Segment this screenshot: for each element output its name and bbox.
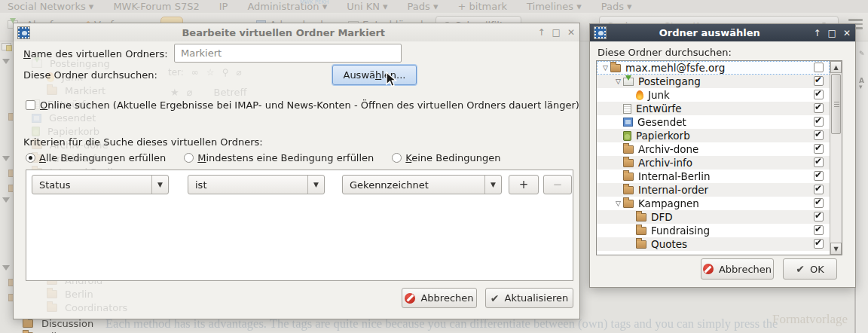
choose-folders-button[interactable]: Auswählen... (332, 65, 417, 85)
checkmark-icon: ✔ (796, 263, 805, 275)
ghost-folder-row: Posteingang (32, 58, 110, 69)
folder-checkbox[interactable] (814, 63, 824, 72)
maximize-button[interactable]: □ (828, 28, 836, 38)
tree-expander-icon[interactable] (2, 156, 10, 165)
bookmark-item[interactable]: IP (219, 1, 228, 12)
folder-checkbox[interactable] (814, 76, 824, 86)
folder-tree-row[interactable]: Internal-Berlin (597, 170, 830, 183)
minimize-button[interactable]: ↑ (814, 28, 821, 38)
match-mode-radios: Alle Bedingungen erfüllenMindestens eine… (26, 152, 500, 163)
folder-tree-row[interactable]: Fundraising (597, 224, 830, 237)
folder-checkbox[interactable] (814, 144, 824, 154)
criteria-operator-select[interactable]: ist▼ (188, 175, 325, 194)
folder-checkbox[interactable] (814, 212, 824, 221)
ghost-folder-name: Markiert (65, 85, 105, 96)
scrollbar-thumb[interactable] (831, 74, 841, 134)
folder-tree-row[interactable]: Archiv-info (597, 156, 830, 170)
match-mode-radio[interactable]: Keine Bedingungen (392, 152, 500, 163)
checkmark-icon: ✔ (491, 292, 500, 304)
match-mode-radio[interactable]: Alle Bedingungen erfüllen (26, 152, 166, 163)
folder-name: Posteingang (638, 75, 701, 87)
dialog-title: Bearbeite virtuellen Ordner Markiert (34, 27, 533, 38)
folder-tree-row[interactable]: ▽max.mehl@fsfe.org (597, 61, 830, 75)
close-button[interactable]: ✕ (843, 28, 851, 38)
folder-icon (23, 319, 33, 328)
folder-tree-row[interactable]: Entwürfe (597, 102, 830, 115)
online-search-checkbox[interactable] (26, 100, 35, 110)
bookmark-item[interactable]: Pads ▾ (601, 1, 632, 12)
close-button[interactable]: ✕ (567, 27, 575, 38)
online-search-label: Online suchen (Aktuelle Ergebnisse bei I… (40, 99, 579, 111)
tree-expander-icon[interactable] (2, 265, 10, 274)
folder-tree-row[interactable]: Junk (597, 88, 830, 102)
tree-expander-icon[interactable] (2, 59, 10, 68)
chevron-down-icon: ▼ (484, 176, 501, 194)
folder-tree-row[interactable]: ▽Kampagnen (597, 197, 830, 210)
criteria-value-select[interactable]: Gekennzeichnet▼ (342, 175, 502, 194)
remove-criteria-button[interactable]: − (543, 175, 572, 194)
trash-icon (32, 127, 40, 136)
folder-checkbox[interactable] (814, 103, 824, 113)
cancel-button[interactable]: Abbrechen (701, 258, 774, 280)
folder-pane-row[interactable]: Discussion (23, 318, 93, 329)
folder-tree-row[interactable]: Gesendet (597, 115, 830, 129)
folder-checkbox[interactable] (814, 117, 824, 127)
folder-checkbox[interactable] (814, 225, 824, 235)
maximize-button[interactable]: □ (552, 27, 561, 38)
folder-icon (47, 290, 57, 298)
dialog-titlebar[interactable]: Ordner auswählen ↑□✕ (590, 24, 855, 41)
cancel-icon (405, 293, 415, 304)
radio-icon (184, 153, 194, 163)
update-button[interactable]: ✔ Aktualisieren (485, 288, 573, 308)
tree-expander-icon[interactable] (2, 197, 10, 206)
folder-checkbox[interactable] (814, 130, 824, 140)
match-mode-radio[interactable]: Mindestens eine Bedingung erfüllen (184, 152, 374, 163)
folder-icon (623, 200, 634, 208)
tree-scrollbar[interactable]: ▲ ▼ (830, 61, 842, 255)
chevron-down-icon: ▼ (307, 176, 324, 194)
chevron-down-icon: ▼ (151, 176, 168, 194)
expander-icon[interactable]: ▽ (601, 64, 610, 72)
bookmark-item[interactable]: Social Networks ▾ (8, 1, 93, 12)
folder-icon (610, 64, 621, 72)
folder-icon (47, 87, 57, 95)
folder-checkbox[interactable] (814, 239, 824, 249)
folder-checkbox[interactable] (814, 90, 824, 99)
mouse-cursor (386, 72, 398, 89)
bookmark-item[interactable]: Timelines ▾ (527, 1, 582, 12)
ghost-folder-row: Papierkorb (32, 126, 99, 137)
folder-tree-row[interactable]: Papierkorb (597, 129, 830, 142)
window-controls: ↑□✕ (538, 27, 575, 38)
cancel-icon (703, 264, 714, 274)
add-criteria-button[interactable]: + (509, 175, 539, 194)
ghost-folder-name: Gesendet (49, 112, 96, 124)
folder-name: Junk (648, 89, 670, 101)
bookmark-item[interactable]: Uni KN ▾ (347, 1, 387, 12)
folder-tree-row[interactable]: Archiv-done (597, 142, 830, 156)
sent-icon (623, 118, 633, 127)
bookmark-item[interactable]: Pads ▾ (408, 1, 439, 12)
folder-name: Kampagnen (638, 197, 699, 209)
expander-icon[interactable]: ▽ (613, 200, 623, 207)
folder-checkbox[interactable] (814, 198, 824, 208)
folder-tree-row[interactable]: DFD (597, 210, 830, 224)
bookmark-item[interactable]: MWK-Forum S7S2 (113, 1, 199, 12)
scroll-up-button[interactable]: ▲ (830, 61, 842, 73)
criteria-listbox: Status▼ ist▼ Gekennzeichnet▼ + − (26, 170, 573, 281)
dialog-titlebar[interactable]: Bearbeite virtuellen Ordner Markiert ↑□✕ (14, 23, 579, 41)
folder-tree-row[interactable]: Quotes (597, 237, 830, 251)
radio-icon (392, 153, 402, 163)
cancel-button[interactable]: Abbrechen (402, 288, 477, 308)
ok-button[interactable]: ✔ OK (783, 258, 837, 280)
virtual-folder-name-input[interactable]: Markiert (174, 44, 402, 63)
expander-icon[interactable]: ▽ (613, 78, 623, 85)
folder-checkbox[interactable] (814, 185, 824, 194)
folder-checkbox[interactable] (814, 171, 824, 181)
folder-tree-row[interactable]: Internal-order (597, 183, 830, 197)
folder-tree-row[interactable]: ▽Posteingang (597, 75, 830, 88)
bookmark-item[interactable]: + bitmark (458, 1, 508, 12)
minimize-button[interactable]: ↑ (538, 27, 546, 38)
criteria-attribute-select[interactable]: Status▼ (32, 175, 169, 194)
scroll-down-button[interactable]: ▼ (830, 243, 842, 255)
folder-checkbox[interactable] (814, 157, 824, 167)
